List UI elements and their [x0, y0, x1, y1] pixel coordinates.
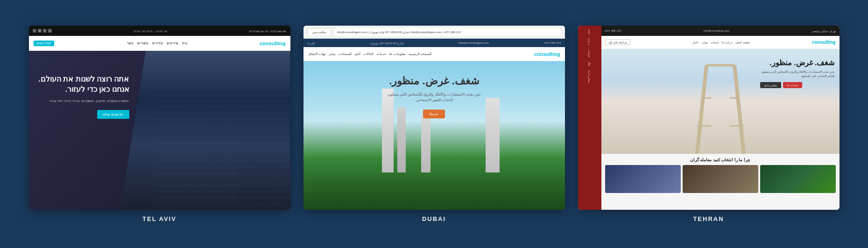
- tehran-why-section: چرا ما را انتخاب کنید معامله گران: [601, 154, 840, 197]
- linkedin-icon: in: [38, 29, 42, 33]
- dubai-topinfo-phone: +971 386 212: [544, 41, 561, 44]
- tehran-layout: خانه درباره خدمات بلاگ تماس با ما +971 3…: [578, 26, 840, 210]
- tehran-thumb-2: [683, 165, 758, 193]
- telaviv-topbar-address: תל אביב 2018, רח' אבן גבירול 30: [249, 29, 287, 33]
- tehran-hero: شغف. غرض. منظور. نحن نقدم الاستشارات وال…: [601, 49, 840, 154]
- telaviv-nav-link-2[interactable]: סיפורים: [137, 41, 148, 45]
- tehran-nav-link-1[interactable]: صفحه اصلی: [735, 41, 750, 44]
- tehran-sidebar-item-2[interactable]: درباره: [588, 38, 591, 46]
- dubai-label: DUBAI: [422, 215, 446, 222]
- dubai-nav-link-3[interactable]: خدمات: [376, 52, 386, 56]
- dubai-card-wrapper: مكتب دبي info@consultingpro.com | ولاية …: [303, 26, 565, 222]
- cards-container: t in f y נה: 18:00 – 8:00 | נה: 18:00 תל…: [0, 16, 868, 232]
- tehran-btns: خدمات ما بیشتر بدانید: [760, 82, 835, 88]
- dubai-sub: نحن نقدم الاستشارات والأفكار والرؤى للأش…: [388, 92, 481, 103]
- dubai-cta-button[interactable]: خدمتنا: [423, 110, 445, 118]
- svg-line-1: [734, 65, 744, 154]
- telaviv-nav-link-4[interactable]: שירותים: [167, 41, 178, 45]
- twitter-icon: t: [33, 29, 36, 33]
- tehran-nav-links: صفحه اصلی درباره ما خدمات موارد اخبار: [692, 41, 749, 44]
- dubai-nav-link-7[interactable]: متجر: [329, 52, 336, 56]
- telaviv-hero-text: אתה רוצה לשנות את העולם. אנחנו כאן כדי ל…: [36, 74, 129, 119]
- telaviv-label: TEL AVIV: [142, 215, 176, 222]
- tehran-nav-link-5[interactable]: اخبار: [692, 41, 699, 44]
- telaviv-headline: אתה רוצה לשנות את העולם. אנחנו כאן כדי ל…: [36, 74, 129, 95]
- dubai-nav-links: الصفحة الرئيسية معلومات عنا خدمات الحالا…: [308, 52, 432, 56]
- telaviv-top-bar: t in f y נה: 18:00 – 8:00 | נה: 18:00 תל…: [29, 26, 290, 36]
- dubai-headline: شغف. غرض. منظور.: [303, 75, 565, 87]
- tehran-headline: شغف. غرض. منظور.: [760, 58, 835, 67]
- telaviv-cta-button[interactable]: קבל ציטוט: [34, 41, 55, 46]
- tehran-why-title: چرا ما را انتخاب کنید معامله گران: [605, 158, 836, 162]
- dubai-nav-link-8[interactable]: جهات الاتصال: [308, 52, 326, 56]
- tehran-sidebar-item-1[interactable]: خانه: [588, 29, 591, 34]
- telaviv-card: t in f y נה: 18:00 – 8:00 | נה: 18:00 תל…: [29, 26, 290, 210]
- dubai-nav-link-2[interactable]: معلومات عنا: [389, 52, 406, 56]
- dubai-nav-link-4[interactable]: الحالات: [363, 52, 374, 56]
- dubai-url-input[interactable]: info@consultingpro.com | ولاية نيويورك N…: [334, 28, 561, 36]
- telaviv-card-wrapper: t in f y נה: 18:00 – 8:00 | נה: 18:00 תל…: [29, 26, 290, 222]
- telaviv-sub: מספרנו מספרנו. מקצוע, משפטים, שורה אחת י…: [45, 99, 129, 104]
- telaviv-nav-link-1[interactable]: קשר: [127, 41, 134, 45]
- tehran-sidebar-item-3[interactable]: خدمات: [588, 49, 591, 58]
- dubai-url-tab[interactable]: مكتب دبي: [307, 28, 332, 35]
- tehran-main: +971 386 212 info@consulting.com تهران، …: [601, 26, 840, 210]
- tehran-arch-svg: [669, 61, 772, 154]
- tehran-topbar-phone: +971 386 212: [604, 29, 621, 32]
- tehran-top-bar: +971 386 212 info@consulting.com تهران، …: [601, 26, 840, 36]
- telaviv-hero: אתה רוצה לשנות את העולם. אנחנו כאן כדי ל…: [29, 51, 290, 210]
- facebook-icon: f: [43, 29, 47, 33]
- dubai-top-info: العربية نيويورك NY 10019 شارع 90 info@co…: [303, 39, 565, 47]
- dubai-nav-link-6[interactable]: الصفحات: [339, 52, 352, 56]
- tehran-label: TEHRAN: [693, 215, 724, 222]
- dubai-nav-link-5[interactable]: أخبار: [354, 52, 360, 56]
- tehran-logo: consulting: [812, 40, 836, 45]
- tehran-sub: نحن نقدم الاستشارات والأفكار والرؤى للأش…: [760, 70, 835, 78]
- dubai-hero-text: شغف. غرض. منظور. نحن نقدم الاستشارات وال…: [303, 75, 565, 118]
- dubai-logo: consulting: [534, 51, 560, 57]
- tehran-nav-link-4[interactable]: موارد: [701, 41, 708, 44]
- dubai-nav: consulting الصفحة الرئيسية معلومات عنا خ…: [303, 47, 565, 61]
- tehran-card-wrapper: خانه درباره خدمات بلاگ تماس با ما +971 3…: [578, 26, 840, 222]
- youtube-icon: y: [48, 29, 52, 33]
- telaviv-nav-links: קשר סיפורים מחירים שירותים בית: [127, 41, 187, 45]
- dubai-nav-link-1[interactable]: الصفحة الرئيسية: [409, 52, 431, 56]
- dubai-url-bar: مكتب دبي info@consultingpro.com | ولاية …: [303, 26, 565, 39]
- tehran-nav-back-btn[interactable]: مراجعه قبل اول: [605, 39, 630, 45]
- tehran-nav-link-2[interactable]: درباره ما: [722, 41, 733, 44]
- dubai-topinfo-text: نيويورك NY 10019 شارع 90: [370, 41, 403, 45]
- dubai-topinfo-email: info@consultingpro.com: [459, 41, 488, 44]
- tehran-hero-text: شغف. غرض. منظور. نحن نقدم الاستشارات وال…: [760, 58, 835, 88]
- tehran-primary-btn[interactable]: خدمات ما: [783, 82, 802, 88]
- tehran-arch: [669, 61, 772, 154]
- dubai-lang[interactable]: العربية: [307, 41, 315, 45]
- tehran-nav-link-3[interactable]: خدمات: [711, 41, 719, 44]
- telaviv-topbar-text: נה: 18:00 – 8:00 | נה: 18:00: [134, 29, 167, 33]
- tehran-sidebar: خانه درباره خدمات بلاگ تماس با ما: [578, 26, 601, 210]
- telaviv-nav-link-3[interactable]: מחירים: [152, 41, 163, 45]
- dubai-card: مكتب دبي info@consultingpro.com | ولاية …: [303, 26, 565, 210]
- tehran-sidebar-item-5[interactable]: تماس با ما: [588, 70, 591, 83]
- tehran-secondary-btn[interactable]: بیشتر بدانید: [760, 82, 782, 88]
- telaviv-logo: consulting: [260, 41, 286, 46]
- tehran-topbar-address: تهران، خیابان ولیعصر: [812, 29, 836, 33]
- tehran-thumbnails: [605, 165, 836, 193]
- telaviv-nav-link-5[interactable]: בית: [182, 41, 187, 45]
- tehran-thumb-1: [760, 165, 836, 193]
- svg-line-0: [697, 65, 706, 154]
- tehran-nav: consulting صفحه اصلی درباره ما خدمات موا…: [601, 36, 840, 49]
- dubai-building-short: [421, 117, 430, 172]
- tehran-card: خانه درباره خدمات بلاگ تماس با ما +971 3…: [578, 26, 840, 210]
- tehran-sidebar-item-4[interactable]: بلاگ: [588, 62, 591, 67]
- dubai-hero: شغف. غرض. منظور. نحن نقدم الاستشارات وال…: [303, 61, 565, 210]
- telaviv-hero-cta[interactable]: הגישנים שלנו: [97, 110, 129, 119]
- telaviv-nav: קבל ציטוט קשר סיפורים מחירים שירותים בית…: [29, 36, 290, 51]
- social-icons: t in f y: [33, 29, 52, 33]
- telaviv-building-lines: [120, 51, 290, 210]
- tehran-thumb-3: [605, 165, 681, 193]
- tehran-topbar-email: info@consulting.com: [703, 29, 729, 32]
